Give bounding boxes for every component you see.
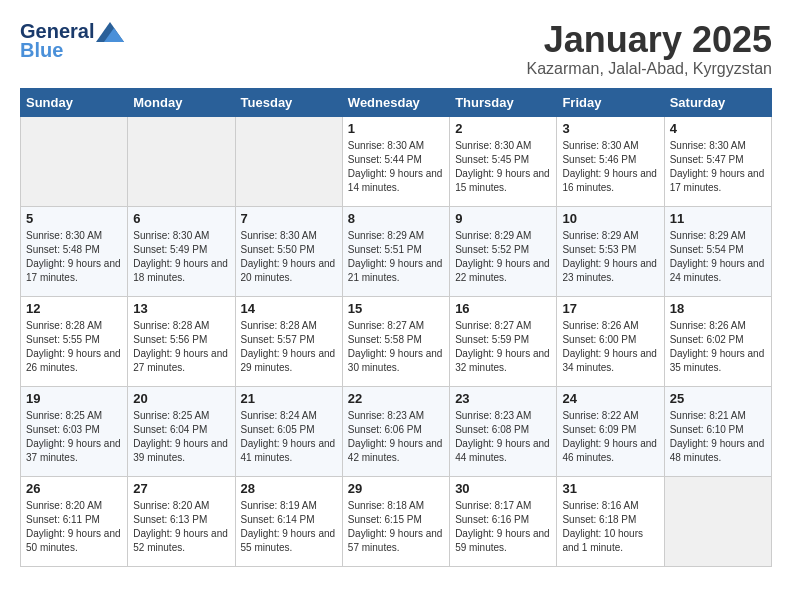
- day-info: Sunrise: 8:29 AMSunset: 5:52 PMDaylight:…: [455, 229, 551, 285]
- week-row-4: 19Sunrise: 8:25 AMSunset: 6:03 PMDayligh…: [21, 386, 772, 476]
- day-number: 29: [348, 481, 444, 496]
- day-info: Sunrise: 8:16 AMSunset: 6:18 PMDaylight:…: [562, 499, 658, 555]
- day-number: 24: [562, 391, 658, 406]
- calendar-cell: 1Sunrise: 8:30 AMSunset: 5:44 PMDaylight…: [342, 116, 449, 206]
- week-row-3: 12Sunrise: 8:28 AMSunset: 5:55 PMDayligh…: [21, 296, 772, 386]
- day-number: 25: [670, 391, 766, 406]
- calendar-cell: 27Sunrise: 8:20 AMSunset: 6:13 PMDayligh…: [128, 476, 235, 566]
- calendar-cell: 15Sunrise: 8:27 AMSunset: 5:58 PMDayligh…: [342, 296, 449, 386]
- day-number: 22: [348, 391, 444, 406]
- calendar-cell: [235, 116, 342, 206]
- calendar-table: SundayMondayTuesdayWednesdayThursdayFrid…: [20, 88, 772, 567]
- calendar-subtitle: Kazarman, Jalal-Abad, Kyrgyzstan: [527, 60, 772, 78]
- day-number: 10: [562, 211, 658, 226]
- calendar-cell: 17Sunrise: 8:26 AMSunset: 6:00 PMDayligh…: [557, 296, 664, 386]
- day-info: Sunrise: 8:29 AMSunset: 5:53 PMDaylight:…: [562, 229, 658, 285]
- day-info: Sunrise: 8:30 AMSunset: 5:48 PMDaylight:…: [26, 229, 122, 285]
- calendar-cell: 19Sunrise: 8:25 AMSunset: 6:03 PMDayligh…: [21, 386, 128, 476]
- calendar-cell: 9Sunrise: 8:29 AMSunset: 5:52 PMDaylight…: [450, 206, 557, 296]
- calendar-cell: 29Sunrise: 8:18 AMSunset: 6:15 PMDayligh…: [342, 476, 449, 566]
- day-number: 5: [26, 211, 122, 226]
- day-number: 13: [133, 301, 229, 316]
- day-info: Sunrise: 8:28 AMSunset: 5:56 PMDaylight:…: [133, 319, 229, 375]
- calendar-cell: 10Sunrise: 8:29 AMSunset: 5:53 PMDayligh…: [557, 206, 664, 296]
- day-info: Sunrise: 8:26 AMSunset: 6:00 PMDaylight:…: [562, 319, 658, 375]
- weekday-header-friday: Friday: [557, 88, 664, 116]
- day-number: 20: [133, 391, 229, 406]
- day-info: Sunrise: 8:20 AMSunset: 6:11 PMDaylight:…: [26, 499, 122, 555]
- calendar-cell: 31Sunrise: 8:16 AMSunset: 6:18 PMDayligh…: [557, 476, 664, 566]
- day-info: Sunrise: 8:25 AMSunset: 6:03 PMDaylight:…: [26, 409, 122, 465]
- day-number: 2: [455, 121, 551, 136]
- day-number: 12: [26, 301, 122, 316]
- day-number: 31: [562, 481, 658, 496]
- day-info: Sunrise: 8:25 AMSunset: 6:04 PMDaylight:…: [133, 409, 229, 465]
- calendar-cell: 22Sunrise: 8:23 AMSunset: 6:06 PMDayligh…: [342, 386, 449, 476]
- day-number: 8: [348, 211, 444, 226]
- calendar-cell: [128, 116, 235, 206]
- day-info: Sunrise: 8:17 AMSunset: 6:16 PMDaylight:…: [455, 499, 551, 555]
- day-info: Sunrise: 8:23 AMSunset: 6:08 PMDaylight:…: [455, 409, 551, 465]
- day-number: 15: [348, 301, 444, 316]
- day-number: 30: [455, 481, 551, 496]
- page-header: General Blue January 2025 Kazarman, Jala…: [20, 20, 772, 78]
- day-info: Sunrise: 8:29 AMSunset: 5:51 PMDaylight:…: [348, 229, 444, 285]
- calendar-cell: 18Sunrise: 8:26 AMSunset: 6:02 PMDayligh…: [664, 296, 771, 386]
- calendar-cell: 30Sunrise: 8:17 AMSunset: 6:16 PMDayligh…: [450, 476, 557, 566]
- calendar-cell: 6Sunrise: 8:30 AMSunset: 5:49 PMDaylight…: [128, 206, 235, 296]
- day-info: Sunrise: 8:30 AMSunset: 5:46 PMDaylight:…: [562, 139, 658, 195]
- day-info: Sunrise: 8:27 AMSunset: 5:59 PMDaylight:…: [455, 319, 551, 375]
- calendar-title: January 2025: [527, 20, 772, 60]
- calendar-cell: [21, 116, 128, 206]
- calendar-cell: 24Sunrise: 8:22 AMSunset: 6:09 PMDayligh…: [557, 386, 664, 476]
- day-number: 1: [348, 121, 444, 136]
- week-row-2: 5Sunrise: 8:30 AMSunset: 5:48 PMDaylight…: [21, 206, 772, 296]
- day-info: Sunrise: 8:30 AMSunset: 5:47 PMDaylight:…: [670, 139, 766, 195]
- calendar-cell: 14Sunrise: 8:28 AMSunset: 5:57 PMDayligh…: [235, 296, 342, 386]
- day-number: 14: [241, 301, 337, 316]
- calendar-cell: 3Sunrise: 8:30 AMSunset: 5:46 PMDaylight…: [557, 116, 664, 206]
- calendar-cell: 5Sunrise: 8:30 AMSunset: 5:48 PMDaylight…: [21, 206, 128, 296]
- weekday-header-monday: Monday: [128, 88, 235, 116]
- weekday-header-sunday: Sunday: [21, 88, 128, 116]
- day-number: 9: [455, 211, 551, 226]
- day-number: 23: [455, 391, 551, 406]
- day-number: 17: [562, 301, 658, 316]
- day-info: Sunrise: 8:29 AMSunset: 5:54 PMDaylight:…: [670, 229, 766, 285]
- logo-blue: Blue: [20, 39, 63, 62]
- calendar-cell: 13Sunrise: 8:28 AMSunset: 5:56 PMDayligh…: [128, 296, 235, 386]
- weekday-header-row: SundayMondayTuesdayWednesdayThursdayFrid…: [21, 88, 772, 116]
- weekday-header-wednesday: Wednesday: [342, 88, 449, 116]
- day-number: 19: [26, 391, 122, 406]
- calendar-cell: 8Sunrise: 8:29 AMSunset: 5:51 PMDaylight…: [342, 206, 449, 296]
- day-number: 16: [455, 301, 551, 316]
- day-info: Sunrise: 8:18 AMSunset: 6:15 PMDaylight:…: [348, 499, 444, 555]
- day-number: 18: [670, 301, 766, 316]
- calendar-cell: 25Sunrise: 8:21 AMSunset: 6:10 PMDayligh…: [664, 386, 771, 476]
- calendar-cell: 7Sunrise: 8:30 AMSunset: 5:50 PMDaylight…: [235, 206, 342, 296]
- logo-icon: [96, 22, 124, 42]
- day-info: Sunrise: 8:30 AMSunset: 5:44 PMDaylight:…: [348, 139, 444, 195]
- day-number: 4: [670, 121, 766, 136]
- day-info: Sunrise: 8:24 AMSunset: 6:05 PMDaylight:…: [241, 409, 337, 465]
- calendar-cell: 4Sunrise: 8:30 AMSunset: 5:47 PMDaylight…: [664, 116, 771, 206]
- calendar-cell: 12Sunrise: 8:28 AMSunset: 5:55 PMDayligh…: [21, 296, 128, 386]
- weekday-header-tuesday: Tuesday: [235, 88, 342, 116]
- calendar-cell: 28Sunrise: 8:19 AMSunset: 6:14 PMDayligh…: [235, 476, 342, 566]
- day-number: 3: [562, 121, 658, 136]
- calendar-cell: 21Sunrise: 8:24 AMSunset: 6:05 PMDayligh…: [235, 386, 342, 476]
- day-info: Sunrise: 8:30 AMSunset: 5:45 PMDaylight:…: [455, 139, 551, 195]
- day-number: 7: [241, 211, 337, 226]
- day-info: Sunrise: 8:30 AMSunset: 5:50 PMDaylight:…: [241, 229, 337, 285]
- day-info: Sunrise: 8:27 AMSunset: 5:58 PMDaylight:…: [348, 319, 444, 375]
- calendar-cell: 26Sunrise: 8:20 AMSunset: 6:11 PMDayligh…: [21, 476, 128, 566]
- day-number: 26: [26, 481, 122, 496]
- calendar-cell: 16Sunrise: 8:27 AMSunset: 5:59 PMDayligh…: [450, 296, 557, 386]
- day-number: 11: [670, 211, 766, 226]
- day-info: Sunrise: 8:30 AMSunset: 5:49 PMDaylight:…: [133, 229, 229, 285]
- day-info: Sunrise: 8:20 AMSunset: 6:13 PMDaylight:…: [133, 499, 229, 555]
- weekday-header-thursday: Thursday: [450, 88, 557, 116]
- calendar-cell: 23Sunrise: 8:23 AMSunset: 6:08 PMDayligh…: [450, 386, 557, 476]
- day-info: Sunrise: 8:28 AMSunset: 5:57 PMDaylight:…: [241, 319, 337, 375]
- week-row-1: 1Sunrise: 8:30 AMSunset: 5:44 PMDaylight…: [21, 116, 772, 206]
